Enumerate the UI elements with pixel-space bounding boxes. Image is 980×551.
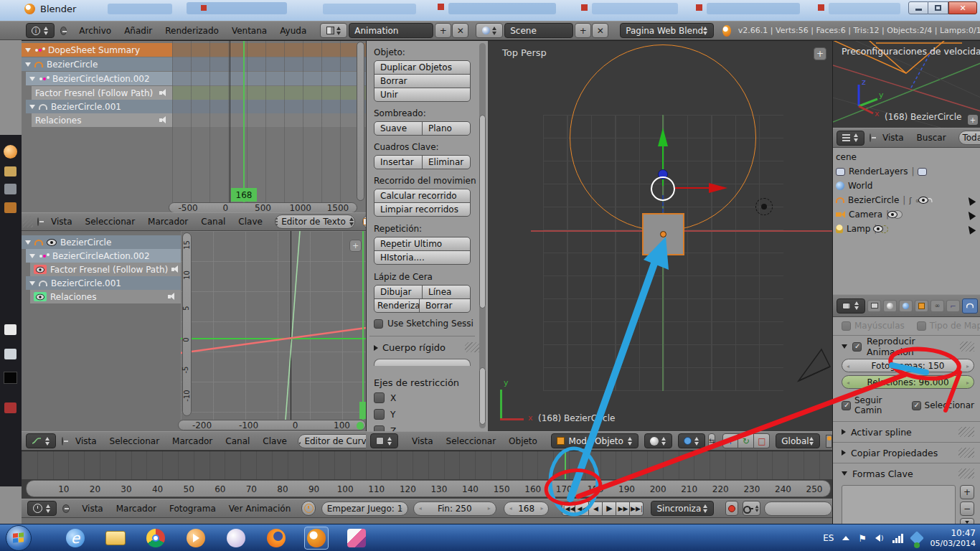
collapse-menus-icon[interactable] [62, 437, 63, 446]
use-preview-range-toggle[interactable] [301, 501, 316, 516]
mode-dropdown[interactable]: Modo Objeto [551, 433, 639, 448]
path-animation-panel-header[interactable]: Reproducir Animación [842, 339, 974, 354]
join-button[interactable]: Unir [374, 88, 471, 102]
channel-factor-fresnel[interactable]: Factor Fresnel (Follow Path) [30, 263, 181, 276]
layout-browse-button[interactable] [320, 23, 347, 38]
channel-relaciones[interactable]: Relaciones [30, 290, 181, 303]
end-frame-field[interactable]: ◂Fin: 250▸ [413, 501, 496, 516]
gizmo-red-axis[interactable] [675, 187, 709, 189]
taskbar-paint-icon[interactable] [344, 527, 369, 550]
sync-dropdown[interactable]: Sincroniza [651, 501, 714, 516]
selectable-icon[interactable] [966, 224, 976, 235]
taskbar-blender-icon-active[interactable] [304, 527, 329, 550]
clock-date[interactable]: 05/03/2014 [930, 539, 976, 549]
shape-key-specials-button[interactable] [960, 518, 974, 524]
collapse-menus-icon[interactable] [37, 217, 39, 226]
axis-x-checkbox[interactable] [374, 392, 385, 403]
mute-speaker-icon[interactable] [168, 293, 177, 301]
timeline-current-frame-line[interactable] [565, 451, 566, 479]
outliner-filter-dropdown[interactable]: Todas la [958, 131, 980, 145]
start-button[interactable] [6, 525, 32, 551]
menu-item[interactable]: Ver Animación [222, 504, 297, 514]
pivot-dropdown[interactable] [678, 433, 705, 448]
play-reverse-button[interactable]: ◀ [589, 501, 603, 516]
action-center-flag-icon[interactable]: ⚑ [858, 533, 867, 544]
rigid-body-panel-label[interactable]: Cuerpo rígido [382, 342, 446, 353]
editor-type-selector[interactable] [837, 298, 865, 314]
shading-dropdown[interactable] [644, 433, 672, 448]
active-spline-panel-header[interactable]: Activar spline [842, 424, 974, 440]
mute-speaker-icon[interactable] [159, 89, 169, 97]
menu-item[interactable]: Archivo [72, 26, 118, 36]
timeline-frame-bar[interactable]: 1020304050607080901001101201301401501601… [26, 480, 831, 497]
tray-expand-icon[interactable] [842, 536, 849, 540]
hide-eye-icon[interactable] [918, 197, 928, 204]
maximize-button[interactable] [928, 1, 948, 14]
repeat-last-button[interactable]: Repetir Ultimo [374, 237, 471, 251]
graph-vscrollbar[interactable] [182, 232, 192, 416]
keying-set-field[interactable] [764, 501, 832, 516]
jump-start-button[interactable]: |◀◀ [562, 501, 575, 516]
channel-beziercircle-001[interactable]: BezierCircle.001 [26, 100, 172, 113]
menu-item[interactable]: Seleccionar [103, 436, 166, 446]
gp-erase-button[interactable]: Borrar [419, 298, 471, 313]
history-button[interactable]: HIstoria.... [374, 250, 471, 265]
outliner-item-camera[interactable]: Camera| [833, 207, 980, 222]
shape-key-add-button[interactable]: + [960, 485, 974, 499]
dopesheet-vscrollbar[interactable] [357, 42, 364, 201]
menu-item[interactable]: Marcador [141, 217, 194, 227]
tab-world[interactable] [899, 300, 913, 312]
keying-set-button[interactable] [743, 501, 760, 516]
channel-action[interactable]: BezierCircleAction.002 [26, 249, 181, 263]
manipulator-scale-toggle[interactable]: □ [754, 433, 770, 448]
duplicate-objects-button[interactable]: Duplicar Objetos [374, 60, 471, 75]
menu-item[interactable]: Vista [44, 217, 79, 227]
panel-drag-widget[interactable] [465, 342, 479, 352]
menu-item[interactable]: Ventana [225, 26, 273, 36]
editor-type-selector[interactable] [26, 433, 56, 448]
channel-beziercircle-001[interactable]: BezierCircle.001 [26, 276, 181, 290]
jump-end-button[interactable]: ▶▶| [630, 501, 644, 516]
scene-browse-button[interactable] [476, 23, 503, 38]
editor-type-selector[interactable] [27, 501, 57, 516]
uppercase-checkbox[interactable] [842, 321, 851, 331]
menu-item[interactable]: Clave [256, 436, 293, 446]
current-frame-line[interactable] [362, 231, 364, 420]
tab-scene[interactable] [883, 300, 897, 312]
menu-item[interactable]: Buscar [910, 133, 953, 143]
scene-name-field[interactable]: Scene [504, 23, 573, 38]
collapse-menus-icon[interactable] [60, 27, 67, 35]
engine-selector[interactable]: Pagina Web Blend [620, 23, 714, 38]
frames-slider[interactable]: ◂Fotogramas: 150▸ [842, 359, 974, 372]
menu-item[interactable]: Añadir [118, 26, 159, 36]
panel-drag-widget[interactable] [960, 342, 974, 352]
timeline-editor[interactable] [22, 451, 832, 479]
menu-item[interactable]: Canal [219, 436, 256, 446]
menu-item[interactable]: Seleccionar [79, 217, 141, 227]
clamp-checkbox[interactable] [912, 401, 921, 410]
maptype-checkbox[interactable] [917, 321, 926, 331]
menu-item[interactable]: Vista [876, 133, 910, 143]
outliner-item-beziercircle[interactable]: BezierCircle|ʃ∞ [833, 193, 980, 207]
channel-dopesheet-summary[interactable]: DopeSheet Summary [22, 43, 172, 57]
minimize-button[interactable] [908, 1, 928, 14]
current-frame-handle[interactable] [359, 402, 366, 419]
menu-item[interactable]: Canal [194, 217, 232, 227]
record-button[interactable] [725, 501, 738, 516]
evaluation-time-slider[interactable]: ◂Relaciones: 96.000▸ [842, 375, 974, 389]
close-button[interactable]: ✕ [948, 1, 977, 14]
mute-speaker-icon[interactable] [159, 116, 169, 124]
pivot-align-toggle[interactable]: ⇆ [708, 433, 715, 448]
axis-z-checkbox[interactable] [374, 425, 385, 431]
menu-item[interactable]: Objeto [502, 436, 544, 446]
selectable-icon[interactable] [966, 195, 976, 206]
gizmo-red-arrowhead[interactable] [709, 183, 727, 193]
taskbar-explorer-icon[interactable] [103, 527, 128, 550]
tab-render[interactable] [867, 300, 881, 312]
current-frame-field[interactable]: ◂168▸ [504, 501, 550, 516]
dropbox-icon[interactable] [910, 531, 924, 545]
channel-relaciones[interactable]: Relaciones [32, 113, 172, 127]
layout-name-field[interactable]: Animation [349, 23, 433, 38]
gizmo-green-arrowhead[interactable] [658, 128, 668, 146]
region-expand-button[interactable]: + [968, 115, 978, 125]
